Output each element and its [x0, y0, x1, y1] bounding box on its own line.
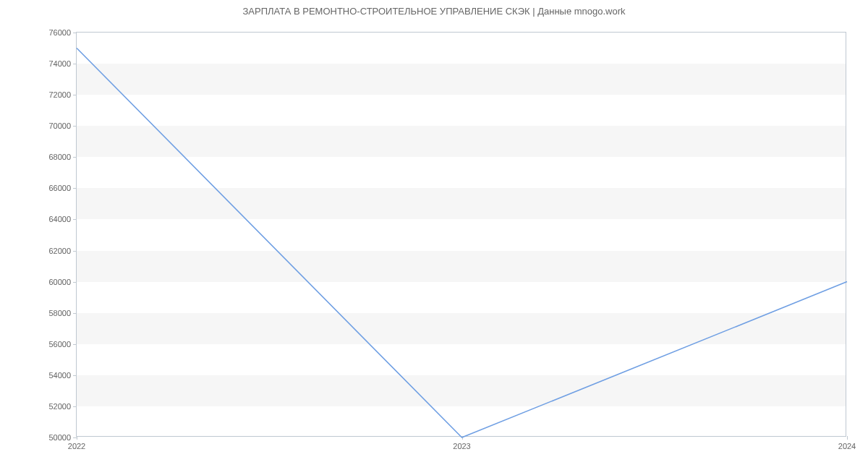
plot-area: 5000052000540005600058000600006200064000… [76, 32, 846, 437]
x-tick-mark [847, 436, 848, 440]
chart-title: ЗАРПЛАТА В РЕМОНТНО-СТРОИТЕЛЬНОЕ УПРАВЛЕ… [0, 6, 868, 17]
line-series [77, 33, 847, 437]
chart-container: ЗАРПЛАТА В РЕМОНТНО-СТРОИТЕЛЬНОЕ УПРАВЛЕ… [0, 0, 868, 470]
